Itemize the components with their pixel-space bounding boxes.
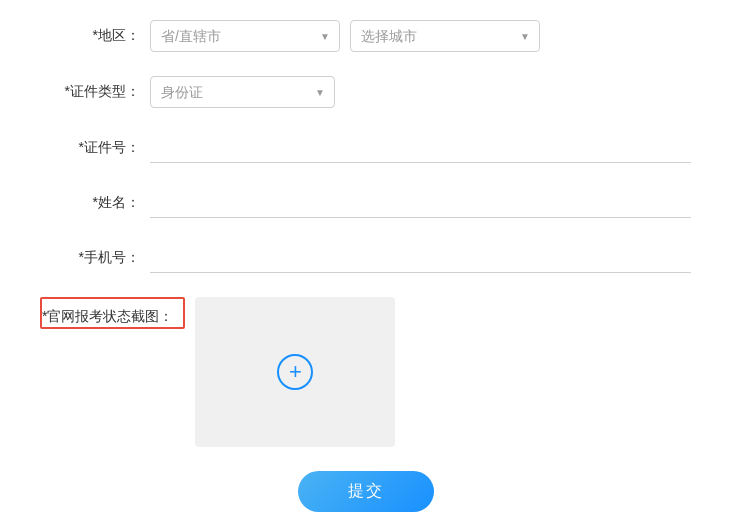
id-number-control [150,132,691,163]
id-number-row: *证件号： [40,132,691,163]
upload-box[interactable]: + [195,297,395,447]
upload-plus-icon: + [277,354,313,390]
id-type-label: *证件类型： [40,83,150,101]
city-select[interactable]: 选择城市 [350,20,540,52]
province-select-wrapper: 省/直辖市 [150,20,340,52]
phone-input[interactable] [150,242,691,273]
region-row: *地区： 省/直辖市 选择城市 [40,20,691,52]
submit-row: 提交 [40,471,691,512]
id-number-label: *证件号： [40,139,150,157]
phone-label: *手机号： [40,249,150,267]
name-label: *姓名： [40,194,150,212]
region-control: 省/直辖市 选择城市 [150,20,691,52]
id-type-select-wrapper: 身份证 [150,76,335,108]
phone-row: *手机号： [40,242,691,273]
name-input[interactable] [150,187,691,218]
screenshot-label: *官网报考状态截图： [40,297,185,329]
submit-button[interactable]: 提交 [298,471,434,512]
screenshot-row: *官网报考状态截图： + [40,297,691,447]
region-selects: 省/直辖市 选择城市 [150,20,691,52]
city-select-wrapper: 选择城市 [350,20,540,52]
id-type-row: *证件类型： 身份证 [40,76,691,108]
region-label: *地区： [40,27,150,45]
id-type-control: 身份证 [150,76,691,108]
id-type-select[interactable]: 身份证 [150,76,335,108]
name-control [150,187,691,218]
screenshot-control: + [185,297,691,447]
phone-control [150,242,691,273]
id-number-input[interactable] [150,132,691,163]
province-select[interactable]: 省/直辖市 [150,20,340,52]
name-row: *姓名： [40,187,691,218]
